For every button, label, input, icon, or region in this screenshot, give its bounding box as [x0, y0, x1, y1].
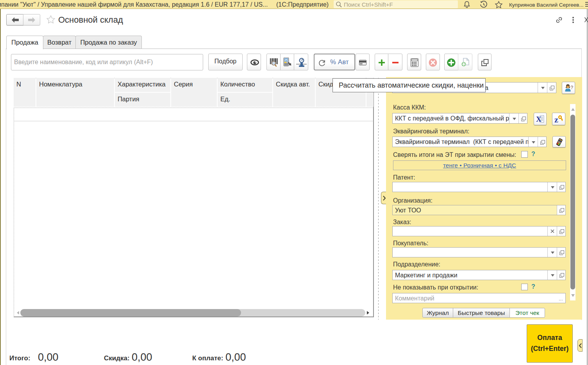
svg-text:X: X [536, 115, 542, 123]
svg-text:z: z [554, 115, 558, 124]
